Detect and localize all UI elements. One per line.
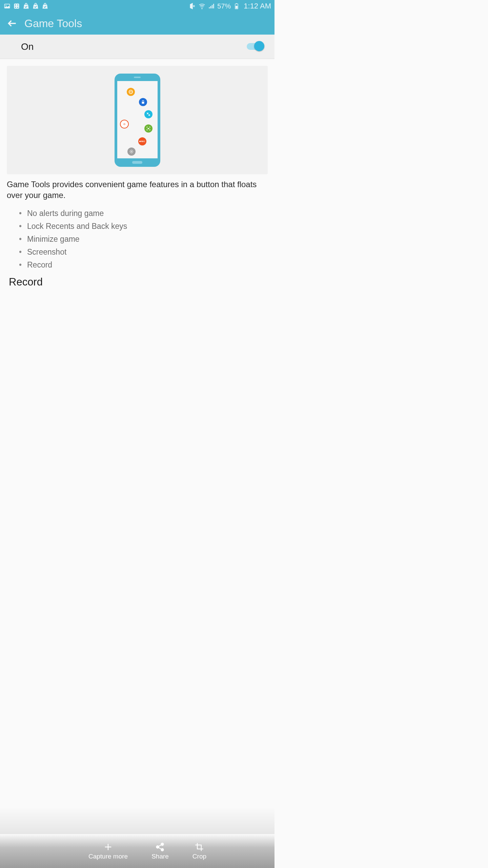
description-text: Game Tools provides convenient game feat… xyxy=(7,179,268,201)
task2-notification-icon xyxy=(41,2,49,10)
svg-point-3 xyxy=(15,4,16,5)
toggle-row[interactable]: On xyxy=(0,35,274,59)
screenshot-icon xyxy=(144,124,152,133)
toggle-label: On xyxy=(21,41,34,52)
page-title: Game Tools xyxy=(24,17,82,30)
list-item: Record xyxy=(19,259,268,272)
gamepad-icon xyxy=(120,120,129,129)
battery-percentage: 57% xyxy=(217,2,231,10)
vibrate-icon xyxy=(189,2,196,10)
clock-time: 1:12 AM xyxy=(244,2,271,11)
section-heading: Record xyxy=(7,276,268,288)
list-item: Lock Recents and Back keys xyxy=(19,220,268,233)
task-notification-icon xyxy=(32,2,39,10)
svg-rect-12 xyxy=(142,102,144,103)
back-arrow-icon[interactable] xyxy=(7,18,18,29)
status-right: 57% 1:12 AM xyxy=(189,2,271,11)
app-header: Game Tools xyxy=(0,12,274,35)
settings-icon xyxy=(127,147,136,156)
features-list: No alerts during game Lock Recents and B… xyxy=(7,207,268,272)
list-item: Minimize game xyxy=(19,233,268,246)
app-notification-icon xyxy=(13,2,20,10)
main-content: REC Game Tools provides convenient game … xyxy=(0,59,274,295)
list-item: No alerts during game xyxy=(19,207,268,220)
status-bar: 57% 1:12 AM xyxy=(0,0,274,12)
svg-rect-9 xyxy=(236,6,238,8)
record-icon: REC xyxy=(138,137,146,145)
svg-point-4 xyxy=(17,4,18,5)
svg-point-15 xyxy=(124,124,125,125)
phone-screen: REC xyxy=(117,81,158,158)
phone-mockup: REC xyxy=(115,74,160,167)
minimize-icon xyxy=(144,110,152,118)
svg-point-5 xyxy=(15,7,16,8)
svg-point-6 xyxy=(17,7,18,8)
wifi-icon xyxy=(198,2,206,10)
svg-point-18 xyxy=(131,151,132,152)
signal-icon xyxy=(208,2,215,10)
svg-rect-8 xyxy=(236,3,237,4)
hero-illustration: REC xyxy=(7,66,268,174)
svg-point-16 xyxy=(125,124,125,124)
svg-rect-17 xyxy=(147,128,149,129)
lock-icon xyxy=(139,98,147,106)
image-notification-icon xyxy=(3,2,11,10)
svg-point-14 xyxy=(124,123,125,124)
toggle-thumb xyxy=(254,41,264,51)
svg-rect-2 xyxy=(14,4,19,9)
list-item: Screenshot xyxy=(19,246,268,259)
toggle-switch[interactable] xyxy=(247,42,264,52)
svg-point-1 xyxy=(5,5,6,6)
battery-icon xyxy=(233,2,240,10)
svg-point-13 xyxy=(123,124,124,124)
no-alerts-icon xyxy=(127,88,135,96)
store-notification-icon xyxy=(22,2,30,10)
status-left-icons xyxy=(3,2,49,10)
